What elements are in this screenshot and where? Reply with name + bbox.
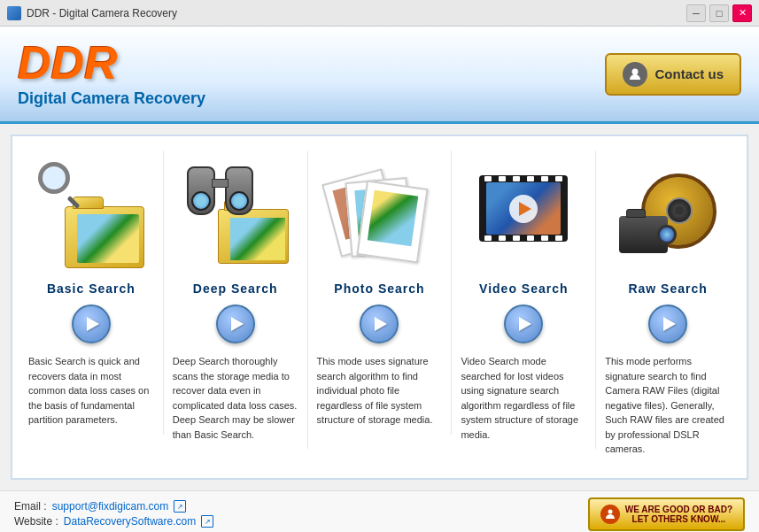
website-row: Website : DataRecoverySoftware.com ↗	[14, 515, 213, 528]
app-icon	[7, 6, 21, 20]
photo-front	[357, 181, 429, 264]
maximize-button[interactable]: □	[709, 4, 729, 22]
minimize-button[interactable]: ─	[686, 4, 706, 22]
deep-search-description: Deep Search thoroughly scans the storage…	[173, 354, 298, 442]
header-left: DDR Digital Camera Recovery	[18, 40, 205, 108]
photo-search-item: Photo Search This mode uses signature se…	[308, 150, 453, 435]
film-hole	[555, 235, 562, 241]
close-button[interactable]: ✕	[732, 4, 752, 22]
film-roll-center	[675, 206, 684, 215]
bino-left	[187, 166, 215, 215]
main-content: Basic Search Basic Search is quick and r…	[11, 135, 748, 480]
play-triangle-raw	[663, 317, 676, 331]
photo-search-label: Photo Search	[334, 281, 424, 296]
raw-search-play-button[interactable]	[648, 305, 687, 343]
folder-image-basic	[77, 214, 139, 263]
website-link[interactable]: DataRecoverySoftware.com	[64, 515, 196, 528]
film-hole	[527, 176, 534, 181]
deep-search-icon	[182, 162, 289, 268]
magnifier-glass	[38, 162, 70, 194]
window-controls: ─ □ ✕	[686, 4, 752, 22]
raw-search-icon-container	[610, 158, 725, 273]
film-hole	[527, 235, 534, 241]
video-search-icon	[470, 171, 577, 259]
deep-search-play-button[interactable]	[216, 305, 255, 343]
film-hole	[513, 235, 520, 241]
film-hole	[541, 235, 548, 241]
bino-right	[225, 166, 253, 215]
camera-flash	[626, 209, 646, 218]
play-triangle-basic	[87, 317, 99, 331]
film-holes-bottom	[479, 235, 568, 242]
deep-search-icon-container	[178, 158, 293, 273]
review-text: WE ARE GOOD OR BAD? LET OTHERS KNOW...	[625, 505, 732, 524]
video-search-label: Video Search	[479, 281, 568, 296]
play-triangle-video	[519, 317, 531, 331]
photo-search-icon-container	[321, 158, 437, 273]
deep-search-item: Deep Search Deep Search thoroughly scans…	[164, 150, 308, 449]
title-bar: DDR - Digital Camera Recovery ─ □ ✕	[0, 0, 759, 27]
svg-point-0	[632, 68, 639, 74]
footer-links: Email : support@fixdigicam.com ↗ Website…	[14, 500, 213, 528]
contact-button[interactable]: Contact us	[605, 53, 741, 96]
video-play-overlay	[509, 195, 538, 223]
basic-search-icon	[38, 162, 144, 268]
photo-search-play-button[interactable]	[360, 305, 399, 343]
svg-point-1	[608, 509, 612, 513]
review-line1: WE ARE GOOD OR BAD?	[625, 505, 732, 514]
play-triangle-deep	[231, 317, 244, 331]
camera-body	[619, 216, 668, 253]
camera-lens	[657, 225, 677, 244]
review-button[interactable]: WE ARE GOOD OR BAD? LET OTHERS KNOW...	[588, 497, 745, 531]
raw-search-label: Raw Search	[628, 281, 707, 296]
app-subtitle: Digital Camera Recovery	[18, 89, 205, 108]
title-text: DDR - Digital Camera Recovery	[27, 7, 177, 19]
basic-search-description: Basic Search is quick and recovers data …	[28, 354, 154, 428]
film-hole	[484, 235, 492, 241]
contact-icon	[623, 62, 647, 87]
binoculars-icon	[187, 166, 253, 220]
basic-search-play-button[interactable]	[72, 305, 111, 343]
bino-lens-right	[229, 191, 249, 211]
raw-search-item: Raw Search This mode performs signature …	[596, 150, 740, 464]
website-external-icon[interactable]: ↗	[201, 515, 213, 528]
review-icon	[600, 505, 620, 524]
footer: Email : support@fixdigicam.com ↗ Website…	[0, 490, 759, 532]
app-logo: DDR	[18, 40, 118, 86]
photo-search-description: This mode uses signature search algorith…	[317, 354, 443, 428]
video-search-icon-container	[466, 158, 581, 273]
raw-search-icon	[619, 173, 716, 258]
video-search-play-button[interactable]	[504, 305, 543, 343]
email-row: Email : support@fixdigicam.com ↗	[14, 500, 213, 513]
header: DDR Digital Camera Recovery Contact us	[0, 27, 759, 124]
photo-search-icon	[330, 166, 428, 264]
basic-search-label: Basic Search	[47, 281, 136, 296]
film-hole	[541, 176, 548, 181]
contact-label: Contact us	[654, 66, 724, 81]
film-frame	[486, 182, 561, 235]
film-main	[479, 175, 568, 242]
title-bar-title: DDR - Digital Camera Recovery	[7, 6, 177, 20]
folder-basic	[65, 206, 144, 268]
email-external-icon[interactable]: ↗	[174, 500, 186, 513]
bino-bridge	[212, 179, 228, 188]
magnifier-icon	[38, 162, 82, 206]
review-line2: LET OTHERS KNOW...	[625, 514, 732, 524]
video-search-description: Video Search mode searched for lost vide…	[461, 354, 586, 442]
website-label: Website :	[14, 515, 58, 528]
basic-search-icon-container	[34, 158, 149, 273]
raw-search-description: This mode performs signature search to f…	[605, 354, 731, 457]
photo-front-image	[368, 190, 418, 246]
bino-lens-left	[191, 191, 211, 211]
play-triangle-photo	[375, 317, 387, 331]
video-play-triangle	[519, 202, 531, 216]
video-search-item: Video Search Video Search mode searched …	[452, 150, 596, 449]
film-holes-top	[479, 175, 568, 182]
email-link[interactable]: support@fixdigicam.com	[52, 500, 169, 513]
film-hole	[555, 176, 562, 181]
basic-search-item: Basic Search Basic Search is quick and r…	[19, 150, 164, 435]
deep-search-label: Deep Search	[193, 281, 278, 296]
film-hole	[499, 235, 506, 241]
email-label: Email :	[14, 500, 47, 513]
folder-img-deep	[230, 218, 285, 260]
